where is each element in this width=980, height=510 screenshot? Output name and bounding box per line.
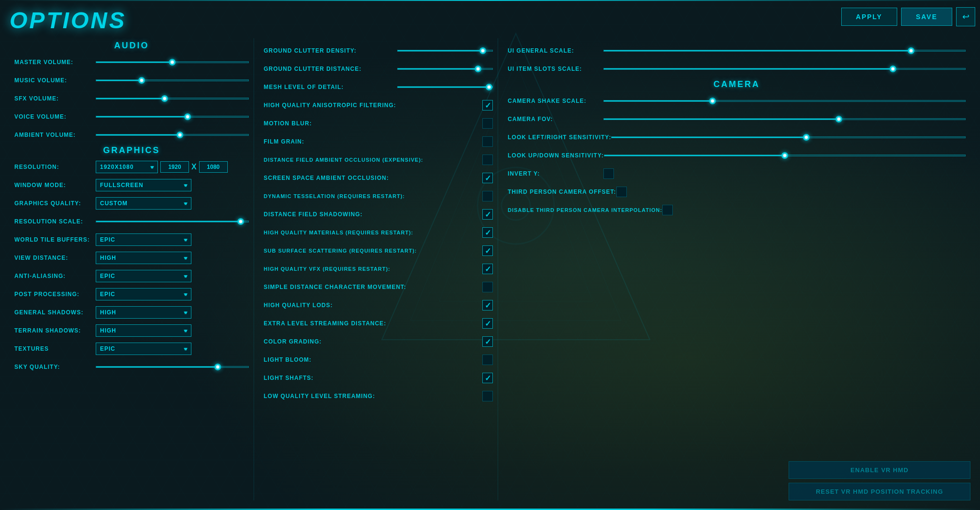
hq-materials-checkbox[interactable] [482,227,493,238]
light-shafts-label: LIGHT SHAFTS: [264,375,482,381]
resolution-x-separator: X [191,163,197,171]
light-bloom-checkbox[interactable] [482,355,493,365]
hq-aniso-row: HIGH QUALITY ANISOTROPIC FILTERING: [264,98,493,113]
anti-aliasing-select[interactable]: Epic Low Medium High [96,270,191,282]
save-button[interactable]: SAVE [901,8,952,26]
df-shadowing-row: DISTANCE FIELD SHADOWING: [264,207,493,222]
textures-row: TEXTURES Epic Low Medium High ▼ [14,341,249,356]
low-quality-streaming-checkbox[interactable] [482,391,493,401]
enable-vr-button[interactable]: ENABLE VR HMD [789,461,970,479]
world-tile-row: WORLD TILE BUFFERS: Epic Low Medium High… [14,232,249,247]
vr-buttons-area: ENABLE VR HMD RESET VR HMD POSITION TRAC… [789,459,970,500]
df-shadowing-checkbox[interactable] [482,209,493,220]
resolution-label: RESOLUTION: [14,164,96,170]
ui-general-scale-slider[interactable] [603,50,966,52]
dfao-checkbox[interactable] [482,155,493,165]
resolution-scale-label: RESOLUTION SCALE: [14,218,96,225]
extra-streaming-checkbox[interactable] [482,318,493,329]
audio-header: AUDIO [14,41,249,51]
textures-select-wrapper[interactable]: Epic Low Medium High ▼ [96,343,191,355]
window-mode-select-wrapper[interactable]: Fullscreen Windowed Borderless ▼ [96,179,191,191]
disable-interp-row: DISABLE THIRD PERSON CAMERA INTERPOLATIO… [508,202,966,218]
color-grading-checkbox[interactable] [482,336,493,347]
camera-shake-slider[interactable] [603,100,966,102]
general-shadows-select[interactable]: High Low Medium Epic [96,306,191,319]
graphics-quality-label: GRAPHICS QUALITY: [14,200,96,207]
hq-materials-row: HIGH QUALITY MATERIALS (REQUIRES RESTART… [264,225,493,240]
dynamic-tess-label: DYNAMIC TESSELATION (REQUIRES RESTART): [264,193,482,199]
voice-volume-label: VOICE VOLUME: [14,113,96,120]
sky-quality-label: SKY QUALITY: [14,364,96,370]
sub-surface-checkbox[interactable] [482,245,493,256]
mesh-lod-label: MESH LEVEL OF DETAIL: [264,84,397,90]
sky-quality-slider[interactable] [96,366,249,368]
look-ud-row: LOOK UP/DOWN SENSITIVITY: [508,148,966,163]
resolution-height-input[interactable] [199,161,228,173]
ssao-checkbox[interactable] [482,173,493,183]
ground-clutter-distance-slider[interactable] [397,68,493,70]
sfx-volume-slider[interactable] [96,98,249,100]
reset-button[interactable]: ↩ [956,7,975,26]
camera-shake-label: CAMERA SHAKE SCALE: [508,98,603,104]
ground-clutter-density-slider[interactable] [397,50,493,52]
anti-aliasing-select-wrapper[interactable]: Epic Low Medium High ▼ [96,270,191,282]
ambient-volume-row: AMBIENT VOLUME: [14,127,249,143]
resolution-select-wrapper[interactable]: 1920x1080 2560x1440 3840x2160 ▼ [96,161,158,173]
graphics-quality-select-wrapper[interactable]: CUSTOM Low Medium High Epic ▼ [96,197,191,210]
light-shafts-checkbox[interactable] [482,373,493,383]
resolution-select[interactable]: 1920x1080 2560x1440 3840x2160 [96,161,158,173]
view-distance-select-wrapper[interactable]: High Low Medium Epic ▼ [96,252,191,264]
view-distance-row: VIEW DISTANCE: High Low Medium Epic ▼ [14,250,249,266]
third-person-offset-checkbox[interactable] [616,187,627,197]
post-processing-select-wrapper[interactable]: Epic Low Medium High ▼ [96,288,191,300]
look-ud-slider[interactable] [604,155,966,156]
voice-volume-slider[interactable] [96,116,249,118]
look-lr-row: LOOK LEFT/RIGHT SENSITIVITY: [508,130,966,145]
invert-y-label: INVERT Y: [508,170,603,177]
terrain-shadows-select-wrapper[interactable]: High Low Medium Epic ▼ [96,324,191,337]
simple-dist-checkbox[interactable] [482,282,493,292]
master-volume-row: MASTER VOLUME: [14,55,249,70]
view-distance-select[interactable]: High Low Medium Epic [96,252,191,264]
textures-select[interactable]: Epic Low Medium High [96,343,191,355]
music-volume-slider[interactable] [96,79,249,81]
graphics-quality-row: GRAPHICS QUALITY: CUSTOM Low Medium High… [14,196,249,211]
view-distance-label: VIEW DISTANCE: [14,255,96,261]
look-lr-slider[interactable] [611,136,966,138]
film-grain-checkbox[interactable] [482,136,493,147]
reset-vr-button[interactable]: RESET VR HMD POSITION TRACKING [789,483,970,500]
general-shadows-select-wrapper[interactable]: High Low Medium Epic ▼ [96,306,191,319]
resolution-scale-slider[interactable] [96,221,249,222]
ssao-row: SCREEN SPACE AMBIENT OCCLUSION: [264,170,493,186]
resolution-width-input[interactable] [160,161,189,173]
disable-interp-checkbox[interactable] [662,205,673,215]
hq-materials-label: HIGH QUALITY MATERIALS (REQUIRES RESTART… [264,230,482,235]
music-volume-row: MUSIC VOLUME: [14,73,249,88]
master-volume-slider[interactable] [96,61,249,63]
window-mode-row: WINDOW MODE: Fullscreen Windowed Borderl… [14,177,249,193]
look-lr-label: LOOK LEFT/RIGHT SENSITIVITY: [508,134,611,141]
ssao-label: SCREEN SPACE AMBIENT OCCLUSION: [264,175,482,181]
ground-clutter-density-label: GROUND CLUTTER DENSITY: [264,47,397,54]
graphics-quality-select[interactable]: CUSTOM Low Medium High Epic [96,197,191,210]
world-tile-select[interactable]: Epic Low Medium High [96,233,191,246]
light-bloom-label: LIGHT BLOOM: [264,356,482,363]
left-column: AUDIO MASTER VOLUME: MUSIC VOLUME: [10,38,254,500]
apply-button[interactable]: APPLY [841,8,897,26]
motion-blur-checkbox[interactable] [482,118,493,129]
ambient-volume-slider[interactable] [96,134,249,136]
ui-general-scale-label: UI GENERAL SCALE: [508,47,603,54]
dynamic-tess-checkbox[interactable] [482,191,493,201]
hq-aniso-checkbox[interactable] [482,100,493,111]
world-tile-select-wrapper[interactable]: Epic Low Medium High ▼ [96,233,191,246]
mesh-lod-slider[interactable] [397,86,493,88]
hq-lods-checkbox[interactable] [482,300,493,310]
camera-fov-slider[interactable] [603,118,966,120]
extra-streaming-label: EXTRA LEVEL STREAMING DISTANCE: [264,320,482,327]
terrain-shadows-select[interactable]: High Low Medium Epic [96,324,191,337]
ui-item-slots-slider[interactable] [603,68,966,70]
invert-y-checkbox[interactable] [603,168,614,179]
hq-vfx-checkbox[interactable] [482,264,493,274]
post-processing-select[interactable]: Epic Low Medium High [96,288,191,300]
window-mode-select[interactable]: Fullscreen Windowed Borderless [96,179,191,191]
